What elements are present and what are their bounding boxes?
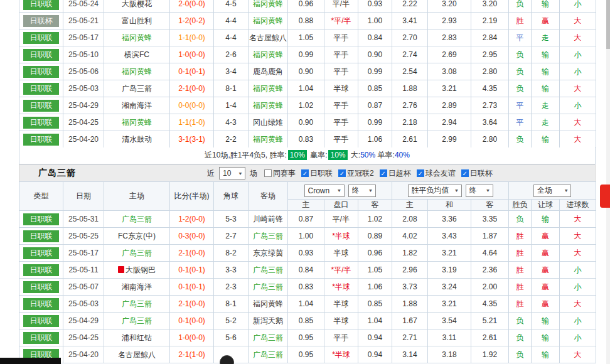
team-link[interactable]: 福冈黄蜂 [253, 16, 283, 25]
match-score[interactable]: 1-2(0-2) [170, 13, 214, 29]
team-link[interactable]: 东京绿茵 [253, 249, 283, 257]
team-link[interactable]: 福冈黄蜂 [253, 84, 283, 93]
checkbox-icon[interactable]: ✓ [417, 169, 424, 177]
league-badge[interactable]: 日职联 [23, 117, 59, 129]
match-score[interactable]: 2-0(0-0) [170, 0, 214, 13]
checkbox-icon[interactable]: ✓ [461, 169, 469, 177]
team-link[interactable]: 福冈黄蜂 [253, 101, 283, 110]
league-filter[interactable]: 同赛事 [260, 168, 296, 179]
league-badge[interactable]: 日联杯 [23, 15, 59, 27]
floating-red-tab[interactable] [600, 185, 610, 208]
team-link[interactable]: 横滨FC [124, 50, 149, 59]
league-badge[interactable]: 日职联 [23, 332, 59, 344]
asian-home-odds: 0.85 [288, 313, 324, 329]
league-filter[interactable]: ✓球会友谊 [412, 168, 456, 179]
match-score[interactable]: 1-1(0-0) [170, 29, 214, 46]
league-badge[interactable]: 日职联 [23, 66, 59, 78]
team-link[interactable]: 广岛三箭 [122, 316, 152, 325]
checkbox-icon[interactable]: ✓ [338, 169, 346, 177]
team-link[interactable]: 湘南海洋 [122, 282, 152, 291]
match-score[interactable]: 3-1(3-1) [170, 131, 214, 148]
league-badge[interactable]: 日职联 [23, 134, 59, 146]
euro-time-select[interactable]: 终▼ [466, 185, 493, 197]
league-badge[interactable]: 日职联 [23, 83, 59, 95]
league-badge[interactable]: 日职联 [23, 100, 59, 112]
team-link[interactable]: 名古屋鲸八 [249, 33, 287, 42]
vertical-scrollbar[interactable] [606, 0, 610, 364]
team-link[interactable]: 福冈黄蜂 [122, 33, 152, 42]
asian-home-odds: 1.00 [288, 228, 324, 245]
checkbox-icon[interactable] [264, 169, 272, 177]
euro-draw-odds: 2.89 [428, 97, 471, 114]
league-badge[interactable]: 日职联 [23, 264, 59, 276]
team-link[interactable]: 福冈黄蜂 [253, 0, 283, 8]
team-link[interactable]: 广岛三箭 [253, 333, 283, 342]
team-link[interactable]: 富山胜利 [122, 16, 152, 25]
league-badge[interactable]: 日职联 [23, 213, 59, 225]
team-link[interactable]: 湘南海洋 [122, 101, 152, 110]
euro-draw-odds: 3.36 [428, 211, 471, 228]
league-badge[interactable]: 日职联 [23, 32, 59, 44]
match-score[interactable]: 2-1(0-0) [170, 245, 214, 262]
league-filter[interactable]: ✓日联杯 [457, 168, 493, 179]
match-score[interactable]: 0-0(0-0) [170, 97, 214, 114]
match-score[interactable]: 1-0(0-0) [170, 46, 214, 63]
bookmaker-select[interactable]: Crown▼ [304, 185, 345, 197]
checkbox-icon[interactable]: ✓ [380, 169, 387, 177]
team-link[interactable]: 名古屋鲸八 [118, 350, 156, 359]
match-score[interactable]: 0-1(0-1) [170, 63, 214, 80]
team-link[interactable]: 广岛三箭 [253, 265, 283, 274]
euro-draw-odds: 3.08 [428, 63, 471, 80]
league-badge[interactable]: 日职联 [23, 230, 59, 242]
euro-metric-select[interactable]: 胜平负均值▼ [408, 185, 462, 197]
match-score[interactable]: 2-1(1-0) [170, 346, 214, 363]
team-link[interactable]: 广岛三箭 [253, 282, 283, 291]
team-link[interactable]: 福冈黄蜂 [253, 299, 283, 308]
team-link[interactable]: 福冈黄蜂 [122, 118, 152, 127]
league-badge[interactable]: 日职联 [23, 281, 59, 293]
recent-count-select[interactable]: 10▼ [219, 167, 245, 179]
league-filter[interactable]: ✓日超杯 [375, 168, 411, 179]
team-link[interactable]: FC东京(中) [118, 232, 156, 240]
corner-count: 4-3 [214, 114, 249, 131]
league-filter[interactable]: ✓日职联 [297, 168, 333, 179]
asian-time-select[interactable]: 终▼ [348, 185, 376, 197]
team-link[interactable]: 福冈黄蜂 [122, 67, 152, 76]
team-link[interactable]: 大阪钢巴 [126, 265, 156, 274]
match-score[interactable]: 1-2(0-0) [170, 211, 214, 228]
team-link[interactable]: 川崎前锋 [253, 215, 283, 223]
result-winloss: 负 [509, 211, 532, 228]
team-link[interactable]: 鹿岛鹿角 [253, 67, 283, 76]
match-score[interactable]: 0-1(0-1) [170, 262, 214, 279]
team-link[interactable]: 广岛三箭 [253, 350, 283, 359]
league-badge[interactable]: 日职联 [23, 298, 59, 310]
league-badge[interactable]: 日职联 [23, 49, 59, 61]
scope-select[interactable]: 全场▼ [533, 185, 571, 197]
league-badge[interactable]: 日职联 [23, 0, 59, 10]
team-link[interactable]: 福冈黄蜂 [253, 135, 283, 144]
team-link[interactable]: 广岛三箭 [253, 232, 283, 240]
team-link[interactable]: 冈山绿雉 [253, 118, 283, 127]
league-badge[interactable]: 日职联 [23, 315, 59, 327]
checkbox-icon[interactable]: ✓ [301, 169, 309, 177]
team-link[interactable]: 大阪樱花 [122, 0, 152, 8]
match-score[interactable]: 0-1(0-1) [170, 279, 214, 296]
match-score[interactable]: 2-1(0-0) [170, 80, 214, 97]
team-link[interactable]: 广岛三箭 [122, 249, 152, 257]
match-score[interactable]: 0-3(0-0) [170, 228, 214, 245]
league-badge[interactable]: 日职联 [23, 247, 59, 259]
team-link[interactable]: 福冈黄蜂 [253, 50, 283, 59]
match-score[interactable]: 1-0(0-0) [170, 329, 214, 346]
scrollbar-thumb[interactable] [606, 0, 610, 49]
match-score[interactable]: 2-1(0-0) [170, 296, 214, 313]
team-link[interactable]: 新泻天鹅 [253, 316, 283, 325]
team-link[interactable]: 广岛三箭 [122, 84, 152, 93]
league-filter[interactable]: ✓亚冠联2 [334, 168, 374, 179]
team-link[interactable]: 清水鼓动 [122, 135, 152, 144]
team-link[interactable]: 广岛三箭 [122, 215, 152, 223]
match-score[interactable]: 1-1(1-0) [170, 114, 214, 131]
match-score[interactable]: 0-1(0-0) [170, 313, 214, 329]
euro-draw-odds: 3.54 [428, 313, 471, 329]
team-link[interactable]: 浦和红钻 [122, 333, 152, 342]
team-link[interactable]: 广岛三箭 [122, 299, 152, 308]
